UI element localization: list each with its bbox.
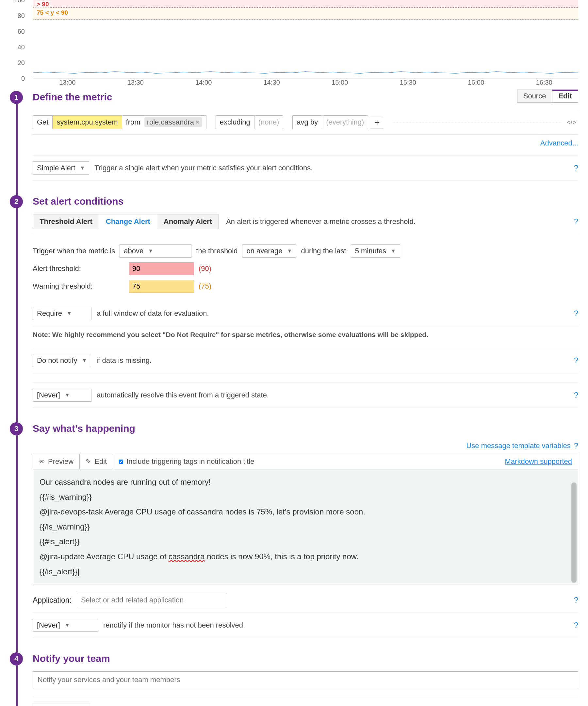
help-icon[interactable]: ? bbox=[574, 309, 578, 318]
tab-edit[interactable]: Edit bbox=[552, 89, 578, 103]
q-from-label: from role:cassandra× bbox=[122, 116, 206, 129]
ytick: 100 bbox=[14, 0, 25, 4]
step-say-happening: 3 Say what's happening Use message templ… bbox=[33, 423, 578, 638]
help-icon[interactable]: ? bbox=[574, 391, 578, 400]
remove-tag-icon[interactable]: × bbox=[195, 118, 200, 126]
warning-threshold-label: Warning threshold: bbox=[33, 282, 124, 290]
q-get-label: Get bbox=[33, 116, 53, 129]
auto-resolve-desc: automatically resolve this event from a … bbox=[97, 391, 269, 399]
timeline-connector bbox=[16, 91, 17, 706]
auto-resolve-select[interactable]: [Never]▼ bbox=[33, 389, 91, 402]
the-threshold-label: the threshold bbox=[196, 247, 238, 255]
help-icon[interactable]: ? bbox=[574, 356, 578, 365]
xtick: 13:30 bbox=[127, 79, 144, 86]
eye-icon bbox=[39, 457, 45, 466]
alert-threshold-label: Alert threshold: bbox=[33, 265, 124, 273]
application-input[interactable] bbox=[77, 593, 227, 607]
xtick: 16:30 bbox=[536, 79, 552, 86]
trigger-when-label: Trigger when the metric is bbox=[33, 247, 115, 255]
step-set-conditions: 2 Set alert conditions Threshold Alert C… bbox=[33, 196, 578, 408]
q-metric[interactable]: system.cpu.system bbox=[53, 116, 122, 129]
help-icon[interactable]: ? bbox=[574, 441, 578, 450]
step-badge-4: 4 bbox=[10, 653, 23, 665]
xtick: 16:00 bbox=[468, 79, 484, 86]
alert-mode-select[interactable]: Simple Alert▼ bbox=[33, 161, 89, 174]
warning-threshold-input[interactable] bbox=[129, 280, 194, 293]
ytick: 0 bbox=[21, 75, 25, 82]
xtick: 13:00 bbox=[59, 79, 76, 86]
window-select[interactable]: 5 minutes▼ bbox=[351, 244, 400, 258]
q-excluding-value: (none) bbox=[254, 116, 283, 129]
code-icon[interactable]: </> bbox=[565, 117, 578, 128]
during-label: during the last bbox=[301, 247, 346, 255]
renotify-desc: renotify if the monitor has not been res… bbox=[103, 621, 245, 629]
step-badge-2: 2 bbox=[10, 195, 23, 208]
message-textarea[interactable]: Our cassandra nodes are running out of m… bbox=[33, 469, 578, 584]
tab-anomaly-alert[interactable]: Anomaly Alert bbox=[157, 214, 218, 229]
notify-team-input[interactable] bbox=[33, 671, 578, 689]
require-full-window-select[interactable]: Require▼ bbox=[33, 307, 91, 320]
add-query-button[interactable]: + bbox=[371, 116, 383, 128]
xtick: 15:30 bbox=[400, 79, 416, 86]
warning-band bbox=[33, 8, 578, 19]
step-notify-team: 4 Notify your team Do not notify▼ alert … bbox=[33, 653, 578, 706]
step-title: Define the metric bbox=[33, 91, 578, 103]
include-tags-input[interactable] bbox=[119, 460, 123, 464]
xtick: 14:00 bbox=[195, 79, 212, 86]
query-excluding[interactable]: excluding (none) bbox=[216, 115, 284, 129]
alert-type-desc: An alert is triggered whenever a metric … bbox=[226, 218, 416, 226]
require-desc: a full window of data for evaluation. bbox=[97, 309, 209, 318]
tab-source[interactable]: Source bbox=[517, 89, 552, 103]
renotify-select[interactable]: [Never]▼ bbox=[33, 619, 98, 632]
step-badge-3: 3 bbox=[10, 422, 23, 435]
tab-change-alert[interactable]: Change Alert bbox=[99, 214, 157, 229]
alert-band bbox=[33, 0, 578, 8]
y-axis: 100 80 60 40 20 0 bbox=[13, 0, 29, 78]
direction-select[interactable]: above▼ bbox=[120, 244, 192, 258]
query-editor-row: Get system.cpu.system from role:cassandr… bbox=[33, 110, 578, 135]
metric-preview-chart: 100 80 60 40 20 0 > 90 75 < y < 90 13:00… bbox=[10, 0, 578, 85]
step-define-metric: 1 Define the metric Source Edit Get syst… bbox=[33, 91, 578, 181]
query-get-metric[interactable]: Get system.cpu.system from role:cassandr… bbox=[33, 115, 206, 129]
ytick: 20 bbox=[17, 59, 25, 67]
markdown-supported-link[interactable]: Markdown supported bbox=[499, 457, 578, 466]
ytick: 60 bbox=[17, 28, 25, 35]
tab-preview[interactable]: Preview bbox=[33, 454, 80, 469]
require-note: Note: We highly recommend you select "Do… bbox=[33, 331, 578, 339]
step-title: Say what's happening bbox=[33, 423, 578, 434]
pencil-icon bbox=[86, 457, 91, 466]
query-avg-by[interactable]: avg by (everything) bbox=[292, 115, 368, 129]
aggregation-select[interactable]: on average▼ bbox=[242, 244, 296, 258]
help-icon[interactable]: ? bbox=[574, 217, 578, 226]
warning-band-label: 75 < y < 90 bbox=[35, 9, 69, 16]
scrollbar[interactable] bbox=[571, 482, 577, 583]
help-icon[interactable]: ? bbox=[574, 163, 578, 172]
tab-edit-message[interactable]: Edit bbox=[80, 454, 113, 469]
notify-on-modify-select[interactable]: Do not notify▼ bbox=[33, 703, 91, 706]
step-badge-1: 1 bbox=[10, 91, 23, 104]
alert-band-label: > 90 bbox=[35, 1, 50, 8]
warning-threshold-display: (75) bbox=[199, 282, 211, 290]
alert-threshold-input[interactable] bbox=[129, 262, 194, 275]
x-axis: 13:00 13:30 14:00 14:30 15:00 15:30 16:0… bbox=[33, 79, 578, 86]
q-scope-tag[interactable]: role:cassandra× bbox=[144, 117, 202, 127]
help-icon[interactable]: ? bbox=[574, 621, 578, 630]
ytick: 40 bbox=[17, 43, 25, 51]
q-excluding-label: excluding bbox=[216, 116, 254, 129]
template-vars-link[interactable]: Use message template variables bbox=[466, 441, 571, 450]
application-label: Application: bbox=[33, 596, 72, 605]
no-data-desc: if data is missing. bbox=[96, 356, 152, 365]
xtick: 15:00 bbox=[332, 79, 348, 86]
help-icon[interactable]: ? bbox=[574, 595, 578, 605]
plot-area: > 90 75 < y < 90 bbox=[33, 0, 578, 78]
q-avgby-value: (everything) bbox=[322, 116, 368, 129]
sparkline bbox=[33, 68, 578, 74]
step-title: Notify your team bbox=[33, 653, 578, 664]
step-title: Set alert conditions bbox=[33, 196, 578, 207]
no-data-select[interactable]: Do not notify▼ bbox=[33, 354, 91, 367]
include-tags-checkbox[interactable]: Include triggering tags in notification … bbox=[113, 457, 260, 466]
ytick: 80 bbox=[17, 12, 25, 19]
advanced-link[interactable]: Advanced... bbox=[540, 139, 578, 147]
dotted-spacer bbox=[393, 122, 561, 123]
tab-threshold-alert[interactable]: Threshold Alert bbox=[33, 214, 99, 229]
